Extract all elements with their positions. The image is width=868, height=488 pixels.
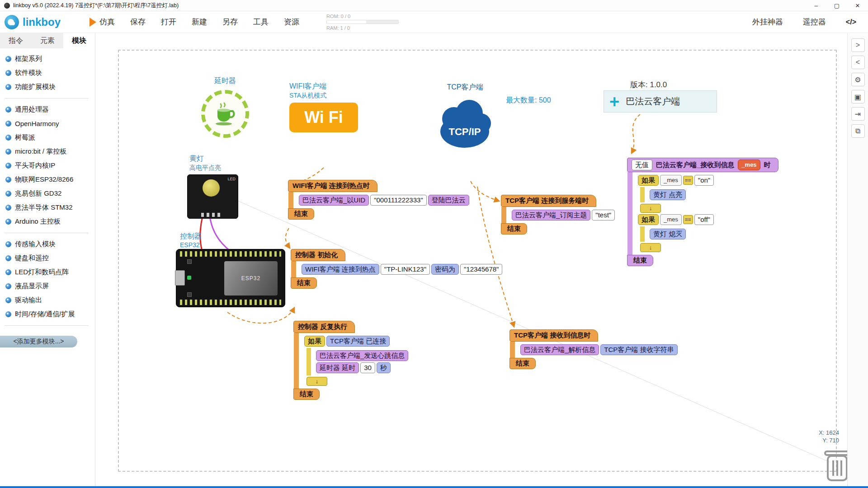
led-off-statement[interactable]: 黄灯 熄灭 (650, 229, 686, 239)
panel-collapse-icon[interactable]: > (851, 38, 865, 52)
block-end[interactable]: 结束 (627, 255, 653, 266)
tools-button[interactable]: 工具 (253, 17, 269, 27)
if-row[interactable]: 如果 _mes == "on" (638, 175, 778, 186)
statement-row[interactable]: 巴法云客户端_订阅主题 "test" (512, 210, 615, 221)
if-end-arrow[interactable]: ↓ (640, 243, 661, 252)
sidebar-item-software-modules[interactable]: 软件模块 (0, 66, 95, 80)
if-row[interactable]: 如果 _mes == "off" (638, 214, 778, 225)
sidebar-item-openharmony[interactable]: OpenHarmony (0, 117, 95, 131)
if-keyword[interactable]: 如果 (638, 175, 659, 186)
sidebar-item-keyboard-remote[interactable]: 键盘和遥控 (0, 251, 95, 265)
block-header[interactable]: WIFI客户端 连接到热点时 (288, 180, 377, 192)
tcp-module-icon[interactable]: TCP/IP (436, 95, 495, 154)
bafa-client-module[interactable]: + 巴法云客户端 (604, 90, 717, 113)
block-end[interactable]: 结束 (288, 208, 314, 220)
block-end[interactable]: 结束 (293, 389, 320, 400)
canvas[interactable]: 延时器 WIFI客户端 STA从机模式 WiFi TCP客户端 TCP/IP 最… (95, 33, 847, 486)
export-code-icon[interactable]: ⇥ (851, 107, 865, 121)
topic-value[interactable]: "test" (592, 210, 615, 221)
sidebar-item-led-matrix[interactable]: LED灯和数码点阵 (0, 265, 95, 279)
delay-value[interactable]: 30 (360, 362, 375, 373)
sidebar-item-time-storage-comm[interactable]: 时间/存储/通信/扩展 (0, 307, 95, 321)
on-value[interactable]: "on" (694, 175, 714, 186)
tab-modules[interactable]: 模块 (63, 33, 95, 48)
statement-row[interactable]: 黄灯 点亮 (650, 189, 778, 200)
block-end[interactable]: 结束 (291, 277, 317, 289)
sidebar-item-sensors[interactable]: 传感输入模块 (0, 237, 95, 251)
export-image-icon[interactable]: ▣ (851, 90, 865, 103)
simulate-button[interactable]: 仿真 (90, 17, 115, 27)
heartbeat-statement[interactable]: 巴法云客户端_发送心跳信息 (316, 350, 408, 361)
remote-control-button[interactable]: 遥控器 (803, 17, 826, 27)
tab-elements[interactable]: 元素 (32, 33, 63, 48)
wifi-module-icon[interactable]: WiFi (289, 103, 358, 132)
equals-operator[interactable]: == (683, 176, 693, 185)
sidebar-item-lcd[interactable]: 液晶显示屏 (0, 279, 95, 293)
block-header[interactable]: TCP客户端 接收到信息时 (509, 329, 598, 342)
sidebar-item-frame-series[interactable]: 框架系列 (0, 52, 95, 66)
statement-row[interactable]: 黄灯 熄灭 (650, 229, 778, 239)
block-header[interactable]: 控制器 初始化 (291, 249, 345, 261)
wifi-connect-statement[interactable]: WIFI客户端 连接到热点 (302, 264, 379, 275)
block-end[interactable]: 结束 (509, 358, 536, 369)
block-header[interactable]: 无值 巴法云客户端_接收到信息 _mes 时 (627, 158, 778, 172)
off-value[interactable]: "off" (694, 214, 714, 225)
minimize-button[interactable]: – (806, 0, 826, 11)
block-header[interactable]: TCP客户端 连接到服务端时 (501, 195, 596, 207)
panel-expand-icon[interactable]: < (851, 56, 865, 69)
password-value[interactable]: "12345678" (460, 264, 502, 275)
block-bafa-message-event[interactable]: 无值 巴法云客户端_接收到信息 _mes 时 如果 _mes == "on" 黄… (627, 158, 778, 266)
save-as-button[interactable]: 另存 (222, 17, 238, 27)
if-end-arrow[interactable]: ↓ (640, 204, 661, 213)
block-controller-init[interactable]: 控制器 初始化 WIFI客户端 连接到热点 "TP-LINK123" 密码为 "… (291, 249, 502, 289)
block-wifi-connect-event[interactable]: WIFI客户端 连接到热点时 巴法云客户端_以UID "000111222333… (288, 180, 469, 220)
bafa-login-statement[interactable]: 巴法云客户端_以UID (299, 195, 369, 206)
mes-param-badge[interactable]: _mes (738, 160, 760, 170)
equals-operator[interactable]: == (683, 215, 693, 224)
ssid-value[interactable]: "TP-LINK123" (381, 264, 430, 275)
trash-can-icon[interactable] (822, 447, 847, 485)
sidebar-item-generic-processor[interactable]: 通用处理器 (0, 103, 95, 117)
parse-message-statement[interactable]: 巴法云客户端_解析信息 (520, 344, 599, 355)
received-string-value[interactable]: TCP客户端 接收字符串 (600, 344, 677, 355)
sidebar-item-gd32[interactable]: 兆易创新 GD32 (0, 187, 95, 201)
if-keyword[interactable]: 如果 (638, 214, 659, 225)
sidebar-item-stm32[interactable]: 意法半导体 STM32 (0, 201, 95, 215)
timer-module-icon[interactable] (201, 90, 249, 138)
sidebar-item-arduino[interactable]: Arduino 主控板 (0, 215, 95, 229)
sidebar-item-extension-modules[interactable]: 功能扩展模块 (0, 80, 95, 94)
block-controller-loop[interactable]: 控制器 反复执行 如果 TCP客户端 已连接 巴法云客户端_发送心跳信息 延时器… (293, 321, 408, 400)
if-row[interactable]: 如果 TCP客户端 已连接 (304, 336, 408, 347)
sidebar-item-pingtouge[interactable]: 平头哥内核IP (0, 159, 95, 173)
led-module-image[interactable]: LED (187, 174, 238, 219)
sidebar-item-driver-output[interactable]: 驱动输出 (0, 293, 95, 307)
esp32-board-image[interactable]: ESP32 (176, 249, 285, 307)
led-on-statement[interactable]: 黄灯 点亮 (650, 189, 686, 200)
block-header[interactable]: 控制器 反复执行 (293, 321, 355, 333)
delay-statement[interactable]: 延时器 延时 (316, 362, 359, 373)
block-tcp-connect-event[interactable]: TCP客户端 连接到服务端时 巴法云客户端_订阅主题 "test" 结束 (501, 195, 615, 235)
statement-row[interactable]: 延时器 延时 30 秒 (316, 362, 408, 373)
if-end-arrow[interactable]: ↓ (307, 377, 327, 386)
copy-icon[interactable]: ⧉ (851, 124, 865, 138)
mes-variable[interactable]: _mes (660, 175, 682, 186)
maximize-button[interactable]: ▢ (826, 0, 847, 11)
statement-row[interactable]: 巴法云客户端_以UID "000111222333" 登陆巴法云 (299, 195, 469, 206)
statement-row[interactable]: WIFI客户端 连接到热点 "TP-LINK123" 密码为 "12345678… (302, 264, 502, 275)
block-tcp-receive-event[interactable]: TCP客户端 接收到信息时 巴法云客户端_解析信息 TCP客户端 接收字符串 结… (509, 329, 678, 369)
plugin-button[interactable]: 外挂神器 (752, 17, 783, 27)
tcp-connected-condition[interactable]: TCP客户端 已连接 (326, 336, 390, 347)
password-keyword[interactable]: 密码为 (431, 264, 459, 275)
sidebar-item-esp32[interactable]: 物联网ESP32/8266 (0, 173, 95, 187)
settings-gear-icon[interactable]: ⚙ (851, 73, 865, 86)
sidebar-item-microbit[interactable]: micro:bit / 掌控板 (0, 145, 95, 159)
sidebar-item-raspberrypi[interactable]: 树莓派 (0, 131, 95, 145)
save-button[interactable]: 保存 (130, 17, 146, 27)
tab-instructions[interactable]: 指令 (0, 33, 32, 48)
open-button[interactable]: 打开 (161, 17, 176, 27)
seconds-unit[interactable]: 秒 (377, 362, 391, 373)
mes-variable[interactable]: _mes (660, 214, 682, 225)
if-keyword[interactable]: 如果 (304, 336, 325, 347)
block-end[interactable]: 结束 (501, 223, 527, 235)
uid-value[interactable]: "000111222333" (370, 195, 427, 206)
